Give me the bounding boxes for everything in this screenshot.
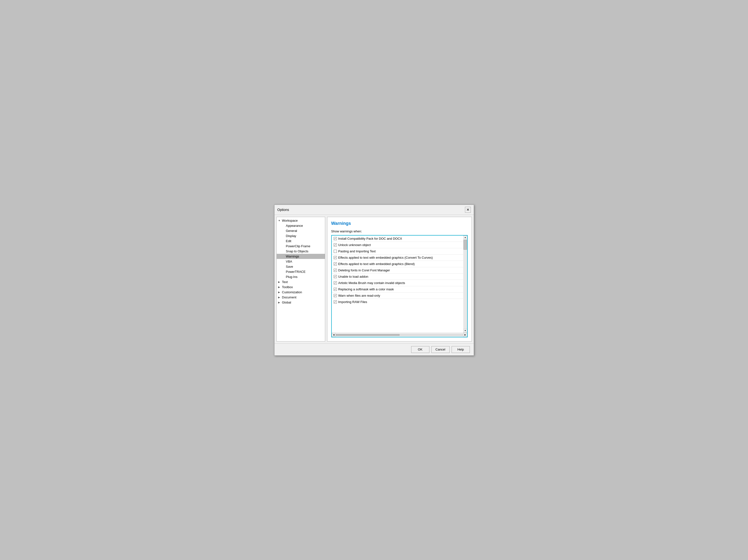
warning-checkbox-unlock-unknown[interactable] <box>334 243 337 247</box>
tree-label-customization: Customization <box>282 290 302 294</box>
tree-arrow-toolbox: ▶ <box>278 286 281 288</box>
tree-label-powertrace: PowerTRACE <box>286 270 306 274</box>
scroll-thumb[interactable] <box>464 240 467 250</box>
tree-arrow-text: ▶ <box>278 281 281 283</box>
tree-label-plug-ins: Plug-Ins <box>286 275 298 279</box>
tree-arrow-customization: ▶ <box>278 291 281 294</box>
tree-item-plug-ins[interactable]: Plug-Ins <box>277 274 325 279</box>
warning-text-importing-raw: Importing RAW Files <box>338 300 367 304</box>
close-button[interactable]: ✕ <box>465 207 471 213</box>
warning-checkbox-artistic-media[interactable] <box>334 281 337 284</box>
warning-checkbox-pasting-importing[interactable] <box>334 250 337 253</box>
warning-text-pasting-importing: Pasting and Importing Text <box>338 250 376 253</box>
tree-item-warnings[interactable]: Warnings <box>277 254 325 259</box>
tree-item-powertrace[interactable]: PowerTRACE <box>277 269 325 274</box>
options-dialog: Options ✕ ▼WorkspaceAppearanceGeneralDis… <box>274 205 474 356</box>
warning-checkbox-warn-read-only[interactable] <box>334 294 337 297</box>
warning-item-warn-read-only[interactable]: Warn when files are read-only <box>332 293 463 299</box>
vertical-scrollbar[interactable]: ▲ ▼ <box>463 236 467 333</box>
h-scroll-thumb[interactable] <box>336 334 399 336</box>
scroll-up-arrow[interactable]: ▲ <box>463 236 467 239</box>
tree-item-snap-to-objects[interactable]: Snap to Objects <box>277 249 325 254</box>
warning-text-artistic-media: Artistic Media Brush may contain invalid… <box>338 281 405 285</box>
tree-panel: ▼WorkspaceAppearanceGeneralDisplayEditPo… <box>277 217 325 342</box>
tree-label-display: Display <box>286 234 297 238</box>
tree-arrow-global: ▶ <box>278 301 281 304</box>
tree-item-powerclip-frame[interactable]: PowerClip Frame <box>277 243 325 249</box>
tree-item-global[interactable]: ▶Global <box>277 300 325 305</box>
warning-checkbox-importing-raw[interactable] <box>334 300 337 304</box>
tree-arrow-document: ▶ <box>278 296 281 299</box>
dialog-title: Options <box>277 208 289 212</box>
warning-item-install-compat[interactable]: Install Compatibility Pack for DOC and D… <box>332 236 463 242</box>
tree-label-vba: VBA <box>286 260 292 263</box>
warning-text-unable-load-addon: Unable to load addon <box>338 275 369 278</box>
warning-item-unable-load-addon[interactable]: Unable to load addon <box>332 274 463 280</box>
warning-text-install-compat: Install Compatibility Pack for DOC and D… <box>338 237 402 240</box>
warnings-inner: Install Compatibility Pack for DOC and D… <box>332 236 467 333</box>
warning-checkbox-deleting-fonts[interactable] <box>334 269 337 272</box>
tree-arrow-workspace: ▼ <box>278 219 281 222</box>
tree-item-workspace[interactable]: ▼Workspace <box>277 218 325 223</box>
warning-item-deleting-fonts[interactable]: Deleting fonts in Corel Font Manager <box>332 267 463 274</box>
warning-text-replacing-softmask: Replacing a softmask with a color mask <box>338 287 394 291</box>
warning-item-effects-blend[interactable]: Effects applied to text with embedded gr… <box>332 261 463 267</box>
content-panel: Warnings Show warnings when: Install Com… <box>327 217 472 342</box>
tree-item-vba[interactable]: VBA <box>277 259 325 264</box>
tree-item-general[interactable]: General <box>277 228 325 233</box>
tree-item-toolbox[interactable]: ▶Toolbox <box>277 284 325 289</box>
scroll-down-arrow[interactable]: ▼ <box>463 329 467 333</box>
tree-label-workspace: Workspace <box>282 219 298 223</box>
warning-text-unlock-unknown: Unlock unknown object <box>338 243 371 247</box>
tree-item-text[interactable]: ▶Text <box>277 279 325 284</box>
warnings-scroll-area[interactable]: Install Compatibility Pack for DOC and D… <box>332 236 463 333</box>
warning-text-warn-read-only: Warn when files are read-only <box>338 294 380 298</box>
tree-label-text: Text <box>282 280 288 284</box>
tree-label-save: Save <box>286 265 293 269</box>
help-button[interactable]: Help <box>451 346 470 353</box>
warning-text-deleting-fonts: Deleting fonts in Corel Font Manager <box>338 269 390 272</box>
ok-button[interactable]: OK <box>411 346 429 353</box>
dialog-body: ▼WorkspaceAppearanceGeneralDisplayEditPo… <box>275 215 474 344</box>
tree-label-document: Document <box>282 296 297 299</box>
warning-item-artistic-media[interactable]: Artistic Media Brush may contain invalid… <box>332 280 463 286</box>
tree-label-appearance: Appearance <box>286 224 303 228</box>
warning-checkbox-install-compat[interactable] <box>334 237 337 240</box>
warning-item-unlock-unknown[interactable]: Unlock unknown object <box>332 242 463 248</box>
h-scrollbar[interactable] <box>336 333 463 337</box>
cancel-button[interactable]: Cancel <box>431 346 450 353</box>
warning-checkbox-unable-load-addon[interactable] <box>334 275 337 278</box>
dialog-footer: OK Cancel Help <box>275 344 474 355</box>
title-bar: Options ✕ <box>275 205 474 215</box>
tree-item-customization[interactable]: ▶Customization <box>277 289 325 295</box>
warning-checkbox-effects-convert[interactable] <box>334 256 337 259</box>
warning-checkbox-replacing-softmask[interactable] <box>334 288 337 291</box>
warning-text-effects-convert: Effects applied to text with embedded gr… <box>338 256 433 259</box>
tree-label-snap-to-objects: Snap to Objects <box>286 250 309 253</box>
tree-label-general: General <box>286 229 297 233</box>
horizontal-scrollbar-area: ◀ ▶ <box>332 333 467 337</box>
show-warnings-label: Show warnings when: <box>331 230 468 233</box>
tree-item-appearance[interactable]: Appearance <box>277 223 325 228</box>
tree-label-edit: Edit <box>286 239 291 243</box>
scroll-right-arrow[interactable]: ▶ <box>463 333 467 337</box>
warning-item-pasting-importing[interactable]: Pasting and Importing Text <box>332 248 463 255</box>
warning-item-effects-convert[interactable]: Effects applied to text with embedded gr… <box>332 255 463 261</box>
warnings-list-container: Install Compatibility Pack for DOC and D… <box>331 235 468 337</box>
scroll-track[interactable] <box>463 239 467 329</box>
tree-label-powerclip-frame: PowerClip Frame <box>286 244 310 248</box>
warning-text-effects-blend: Effects applied to text with embedded gr… <box>338 262 415 266</box>
scroll-left-arrow[interactable]: ◀ <box>332 333 336 337</box>
warning-item-importing-raw[interactable]: Importing RAW Files <box>332 299 463 305</box>
tree-item-display[interactable]: Display <box>277 233 325 238</box>
tree-item-save[interactable]: Save <box>277 264 325 269</box>
section-title: Warnings <box>331 221 468 226</box>
tree-item-document[interactable]: ▶Document <box>277 295 325 300</box>
warning-item-replacing-softmask[interactable]: Replacing a softmask with a color mask <box>332 286 463 293</box>
warning-checkbox-effects-blend[interactable] <box>334 262 337 265</box>
tree-label-global: Global <box>282 301 291 304</box>
h-scroll-track[interactable] <box>336 334 463 336</box>
tree-item-edit[interactable]: Edit <box>277 238 325 243</box>
tree-label-toolbox: Toolbox <box>282 285 293 289</box>
tree-label-warnings: Warnings <box>286 255 299 258</box>
